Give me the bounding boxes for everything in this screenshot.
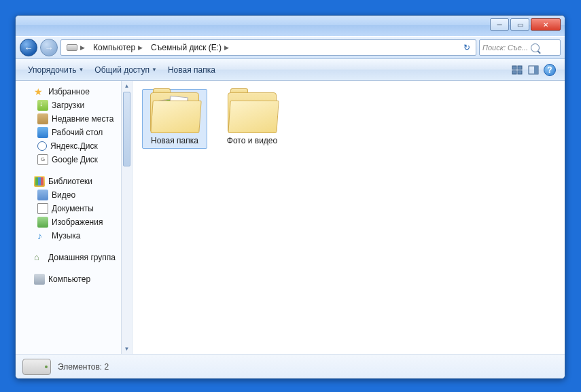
sidebar-libraries[interactable]: Библиотеки: [18, 175, 132, 188]
sidebar-computer[interactable]: Компьютер: [18, 272, 132, 286]
new-folder-button[interactable]: Новая папка: [162, 59, 221, 80]
breadcrumb-seg[interactable]: Съемный диск (E:): [151, 43, 222, 52]
folder-item[interactable]: Фото и видео: [219, 89, 285, 149]
back-button[interactable]: ←: [20, 39, 37, 56]
breadcrumb-seg[interactable]: Компьютер: [93, 43, 135, 52]
google-drive-icon: G: [37, 154, 48, 165]
drive-icon: [67, 44, 77, 51]
scroll-down-icon[interactable]: ▼: [122, 344, 132, 354]
desktop-icon: [37, 127, 48, 138]
nav-sidebar: ★Избранное Загрузки Недавние места Рабоч…: [16, 81, 133, 354]
folder-label: Фото и видео: [223, 136, 281, 145]
toolbar: Упорядочить▼ Общий доступ▼ Новая папка ?: [16, 59, 565, 81]
sidebar-downloads[interactable]: Загрузки: [18, 99, 132, 112]
organize-menu[interactable]: Упорядочить▼: [22, 59, 89, 80]
file-list[interactable]: Новая папка Фото и видео: [133, 81, 565, 354]
svg-rect-5: [534, 66, 538, 74]
image-icon: [37, 217, 48, 228]
search-box[interactable]: Поиск: Съе...: [479, 39, 561, 56]
preview-pane-button[interactable]: [527, 63, 540, 77]
sidebar-recent[interactable]: Недавние места: [18, 112, 132, 126]
sidebar-documents[interactable]: Документы: [18, 202, 132, 215]
library-icon: [34, 176, 45, 187]
svg-rect-1: [518, 66, 522, 69]
sidebar-google[interactable]: GGoogle Диск: [18, 153, 132, 166]
yandex-icon: [37, 141, 47, 151]
folder-item[interactable]: Новая папка: [142, 89, 207, 149]
titlebar[interactable]: ─ ▭ ✕: [16, 16, 565, 36]
maximize-button[interactable]: ▭: [510, 18, 529, 31]
share-menu[interactable]: Общий доступ▼: [89, 59, 162, 80]
homegroup-icon: ⌂: [34, 252, 45, 263]
refresh-button[interactable]: ↻: [459, 43, 474, 52]
drive-status-icon: [22, 359, 51, 375]
help-button[interactable]: ?: [543, 63, 557, 77]
music-icon: ♪: [37, 230, 48, 241]
download-icon: [37, 100, 48, 111]
document-icon: [37, 203, 48, 214]
sidebar-images[interactable]: Изображения: [18, 215, 132, 229]
star-icon: ★: [34, 86, 45, 97]
sidebar-desktop[interactable]: Рабочий стол: [18, 126, 132, 139]
close-button[interactable]: ✕: [531, 18, 561, 31]
scroll-up-icon[interactable]: ▲: [122, 81, 132, 91]
search-icon: [531, 43, 540, 52]
nav-bar: ← → ▶ Компьютер▶ Съемный диск (E:)▶ ↻ По…: [16, 36, 565, 59]
svg-rect-2: [512, 71, 516, 74]
folder-label: Новая папка: [145, 136, 204, 145]
address-bar[interactable]: ▶ Компьютер▶ Съемный диск (E:)▶ ↻: [60, 39, 476, 56]
item-count: Элементов: 2: [58, 362, 109, 372]
svg-rect-0: [512, 66, 516, 69]
sidebar-scrollbar[interactable]: ▲ ▼: [121, 81, 132, 354]
computer-icon: [34, 274, 45, 285]
folder-icon: [228, 92, 277, 132]
search-placeholder: Поиск: Съе...: [482, 43, 528, 52]
recent-icon: [37, 113, 48, 124]
view-options-button[interactable]: [510, 63, 524, 77]
status-bar: Элементов: 2: [16, 354, 565, 378]
video-icon: [37, 190, 48, 200]
sidebar-music[interactable]: ♪Музыка: [18, 229, 132, 243]
minimize-button[interactable]: ─: [490, 18, 509, 31]
sidebar-video[interactable]: Видео: [18, 188, 132, 202]
sidebar-homegroup[interactable]: ⌂Домашняя группа: [18, 251, 132, 264]
sidebar-yandex[interactable]: Яндекс.Диск: [18, 139, 132, 153]
sidebar-favorites[interactable]: ★Избранное: [18, 85, 132, 99]
help-icon: ?: [544, 64, 556, 76]
forward-button[interactable]: →: [40, 39, 58, 56]
folder-icon: [150, 92, 199, 132]
svg-rect-3: [518, 71, 522, 74]
explorer-window: ─ ▭ ✕ ← → ▶ Компьютер▶ Съемный диск (E:)…: [15, 15, 565, 379]
scroll-thumb[interactable]: [123, 92, 130, 166]
